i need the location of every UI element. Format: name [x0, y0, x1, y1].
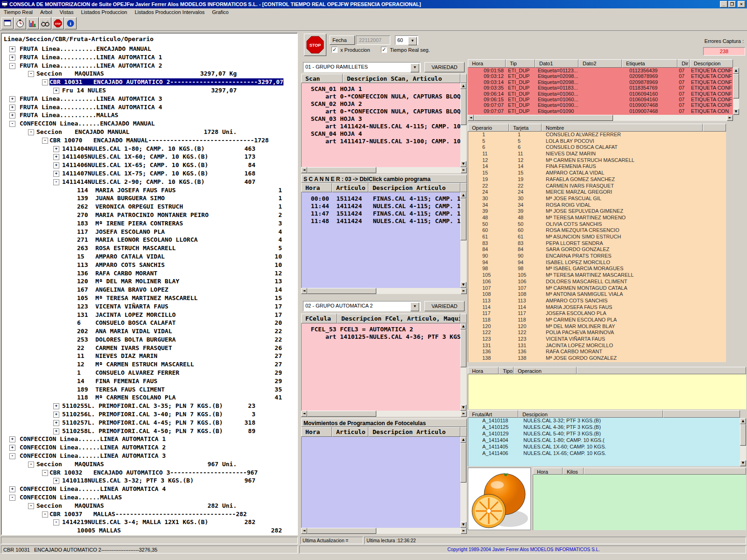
scroll-down-button[interactable]: ▼ — [460, 405, 466, 411]
tree-row[interactable]: +1411407NULES.CAL 1X-75; CAMP. 10 KGS.(B… — [2, 169, 297, 178]
collapse-icon[interactable]: - — [9, 63, 15, 69]
table-row[interactable]: A_1411404NULES.CAL 1-80; CAMP. 10 KGS.( — [468, 437, 740, 444]
tree-row[interactable]: +FRUTA Linea..........LINEA AUTOMATICA 1 — [2, 53, 297, 62]
scroll-right-button[interactable]: ► — [461, 288, 467, 294]
table-row[interactable]: 1414FINA FEMENIA FAUS — [468, 163, 726, 170]
tree-node-label[interactable]: 262 VERONICA ORPEGUI ESTRUCH — [77, 203, 183, 210]
tree-node-label[interactable]: Seccion — [36, 461, 62, 468]
scroll-right-button[interactable]: ► — [461, 167, 467, 173]
table-row[interactable]: 113113AMPARO COTS SANCHIS — [468, 298, 726, 304]
collapse-icon[interactable]: - — [9, 121, 15, 127]
tree-node-label[interactable]: CBR 10031 ENCAJADO AUTOMATICO 2---------… — [49, 78, 283, 85]
tree-node-label[interactable]: 114 MARIA JOSEFA FAUS FAUS — [77, 187, 176, 194]
list-line[interactable]: SCAN_02 HOJA 2 — [302, 100, 460, 108]
tree-node-label[interactable]: Seccion — [36, 70, 62, 77]
table-row[interactable]: 3939Mª JOSE SEPULVEDA GIMENEZ — [468, 208, 726, 215]
column-header-filler[interactable] — [663, 410, 740, 418]
tree-row[interactable]: 131 JACINTA LOPEZ MORCILLO17 — [2, 311, 297, 319]
table-row[interactable]: A_1410129NULES.CAL 5-40; PTF 3 KGS.(B) — [468, 431, 740, 437]
tree-node-label[interactable]: 1414219NULES.CAL 3-4; MALLA 12X1 KGS.(B) — [62, 518, 208, 525]
column-header-dir[interactable]: Dir — [677, 59, 690, 68]
expand-icon[interactable]: + — [9, 436, 15, 442]
fotocel-header-articulo[interactable]: Articulo — [332, 427, 368, 437]
fecha-field[interactable]: 22112007 — [356, 35, 390, 45]
scroll-down-button[interactable]: ▼ — [460, 161, 466, 167]
tree-node-label[interactable]: 117 JOSEFA ESCOLANO PLA — [77, 228, 165, 235]
tree-node-label[interactable]: 5110258L. PRIMOFIORI.CAL 4-50; PLN 7 KGS… — [62, 427, 223, 434]
table-row[interactable]: 09:06:15ETI_DUPEtiqueta=01060...01060941… — [468, 97, 733, 102]
table-row[interactable]: 9090ENCARNA PRATS TORRES — [468, 253, 726, 259]
tree-row[interactable]: 117 JOSEFA ESCOLANO PLA4 — [2, 228, 297, 236]
fotocel-header-hora[interactable]: Hora — [301, 427, 332, 437]
scrollbar-thumb[interactable] — [307, 411, 376, 417]
expand-icon[interactable]: + — [9, 46, 15, 52]
fcel-header-desc[interactable]: Descripcion FCel, Articulo, Maquina — [337, 314, 460, 323]
expand-icon[interactable]: + — [53, 171, 59, 177]
scroll-up-button[interactable]: ▲ — [460, 323, 466, 329]
menu-item-vistas[interactable]: Vistas — [56, 8, 78, 18]
scroll-up-button[interactable]: ▲ — [460, 83, 466, 89]
expand-icon[interactable]: + — [9, 55, 15, 61]
fotocel-header-desc[interactable]: Descripcion Articulo — [368, 427, 460, 437]
collapse-icon[interactable]: - — [53, 519, 59, 525]
tree-row[interactable]: +FRUTA Linea..........MALLAS — [2, 111, 297, 119]
list-line[interactable]: 11:44 1411424 NULES.CAL 4-115; CAMP. 10 — [302, 203, 460, 210]
scrollbar-thumb[interactable] — [460, 329, 466, 367]
column-header-filler[interactable] — [577, 367, 746, 374]
tree-node-label[interactable]: 1 CONSUELO ALVAREZ FERRER — [77, 369, 179, 376]
glasses-icon[interactable] — [39, 17, 51, 29]
tree-row[interactable]: 136 RAFA CARBO MORANT12 — [2, 269, 297, 278]
tree-row[interactable]: 15 AMPARO CATALA VIDAL10 — [2, 252, 297, 261]
expand-icon[interactable]: + — [53, 162, 59, 168]
collapse-icon[interactable]: - — [42, 470, 48, 476]
column-header-hora[interactable]: Hora — [468, 367, 499, 374]
list-line[interactable]: SCAN_03 HOJA 3 — [302, 115, 460, 123]
table-row[interactable]: A_1410125NULES.CAL 4-36; PTF 3 KGS.(B) — [468, 424, 740, 431]
tree-row[interactable]: +CONFECCION Linea......LINEA AUTOMATICA … — [2, 485, 297, 493]
tree-node-label[interactable]: FRUTA Linea..........LINEA AUTOMATICA 4 — [20, 104, 162, 111]
scroll-left-button[interactable]: ◄ — [301, 167, 307, 173]
expand-icon[interactable]: + — [53, 428, 59, 434]
tree-node-label[interactable]: 183 Mª IRENE PIERA CONTRERAS — [77, 220, 183, 227]
v-scrollbar-fcel[interactable]: ▲▼ — [460, 323, 466, 411]
stop-icon[interactable]: STOP — [52, 17, 64, 29]
table-row[interactable]: 09:03:12ETI_DUPEtiqueta=02098...02098789… — [468, 73, 733, 79]
tree-row[interactable]: +1411404NULES.CAL 1-80; CAMP. 10 KGS.(B)… — [2, 145, 297, 153]
menu-item-grafico[interactable]: Grafico — [208, 8, 232, 18]
column-header-filler[interactable] — [703, 124, 726, 132]
scroll-right-button[interactable]: ► — [461, 528, 467, 534]
scroll-left-button[interactable]: ◄ — [301, 528, 307, 534]
list-line[interactable]: 11:47 1511424 FINAS.CAL 4-115; CAMP. 10 — [302, 210, 460, 217]
collapse-icon[interactable]: - — [28, 71, 34, 77]
tree-row[interactable]: -SeccionMAQUINAS282 Uni. — [2, 502, 297, 510]
table-row[interactable]: 3434ROSA ROIG VIDAL — [468, 202, 726, 209]
column-header-filler[interactable] — [584, 468, 746, 475]
scroll-down-button[interactable]: ▼ — [740, 460, 746, 466]
scrollbar-thumb[interactable] — [733, 74, 739, 98]
scroll-right-button[interactable]: ► — [727, 115, 733, 121]
column-header-tarjeta[interactable]: Tarjeta — [509, 124, 542, 132]
table-row[interactable]: 09:03:14ETI_DUPEtiqueta=02098...02098789… — [468, 79, 733, 85]
scroll-down-button[interactable]: ▼ — [733, 109, 739, 115]
tree-row[interactable]: -SeccionMAQUINAS3297,07 Kg — [2, 70, 297, 78]
tree-row[interactable]: -SeccionMAQUINAS967 Uni. — [2, 460, 297, 469]
table-row[interactable]: 123123VICENTA VIÑARTA FAUS — [468, 336, 726, 343]
column-header-tipo[interactable]: Tipo — [499, 367, 514, 374]
tree-row[interactable]: +1410118NULES.CAL 3-32; PTF 3 KGS.(B)967 — [2, 476, 297, 485]
tree-node-label[interactable]: 136 RAFA CARBO MORANT — [77, 270, 157, 277]
tree-row[interactable]: +FRUTA Linea..........LINEA AUTOMATICA 4 — [2, 103, 297, 112]
expand-icon[interactable]: + — [53, 478, 59, 484]
tree-row[interactable]: 263 ROSA ESTRUCH MASCARELL5 — [2, 244, 297, 252]
table-row[interactable]: 09:03:35ETI_DUPEtiqueta=01183...01183547… — [468, 85, 733, 91]
tree-node-label[interactable]: FRUTA Linea..........LINEA AUTOMATICA 2 — [20, 62, 162, 69]
menu-item-listados-produccion[interactable]: Listados Produccion — [77, 8, 131, 18]
table-row[interactable]: 1515AMPARO CATALA VIDAL — [468, 170, 726, 176]
tree-node-label[interactable]: CONFECCION Linea......LINEA AUTOMATICA 3 — [20, 452, 166, 459]
expand-icon[interactable]: + — [9, 96, 15, 102]
table-row[interactable]: 6060ROSA MEZQUITA CRESENCIO — [468, 227, 726, 234]
restore-button[interactable]: ❐ — [728, 1, 736, 7]
scanner-header-hora[interactable]: Hora — [301, 183, 332, 192]
expand-icon[interactable]: + — [53, 146, 59, 152]
tree-node-label[interactable]: CONFECCION Linea......LINEA AUTOMATICA 1 — [20, 435, 166, 442]
tree-node-label[interactable]: CBR 10037 MALLAS------------------------… — [49, 511, 247, 518]
